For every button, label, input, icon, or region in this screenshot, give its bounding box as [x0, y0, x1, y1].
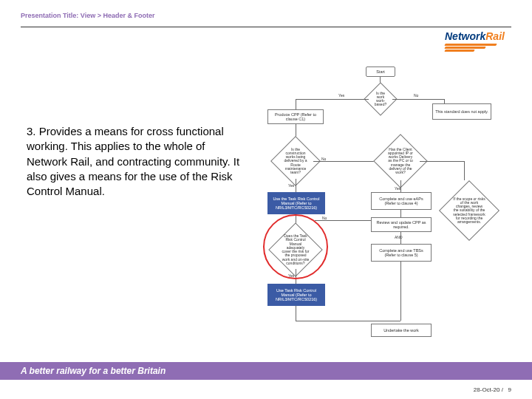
footer-date-page: 28-Oct-20 / 9	[474, 386, 511, 393]
red-highlight-circle	[263, 214, 328, 279]
flow-box-taskrisk2: Use Task Risk Control Manual (Refer to N…	[267, 284, 325, 306]
body-paragraph: 3. Provides a means for cross functional…	[27, 124, 248, 199]
flow-line	[400, 232, 401, 244]
footer-date: 28-Oct-20	[474, 386, 500, 393]
footer-sep: /	[502, 386, 503, 393]
header-divider	[21, 27, 511, 27]
flow-box-cpp: Produce CPP (Refer to clause C1)	[267, 109, 324, 124]
flow-line	[296, 99, 369, 100]
flow-decision-scope: If the scope or risks of the work change…	[439, 180, 499, 241]
logo-word-2: Rail	[485, 30, 505, 42]
network-rail-logo: NetworkRail	[445, 30, 511, 52]
flow-line	[296, 179, 296, 192]
flow-start: Start	[366, 66, 395, 77]
flowchart-image: Start Is the work work-based? Yes No Thi…	[251, 66, 502, 362]
flow-line	[315, 220, 371, 221]
flow-label-yes: Yes	[338, 93, 344, 98]
presentation-title: Presentation Title: View > Header & Foot…	[21, 12, 154, 19]
flow-box-noapply: This standard does not apply.	[432, 103, 491, 120]
footer-tagline: A better railway for a better Britain	[21, 366, 166, 376]
flow-box-taskrisk1: Use the Task Risk Control Manual (Refer …	[267, 192, 325, 214]
slide-root: Presentation Title: View > Header & Foot…	[0, 0, 532, 399]
flow-label-yes3: Yes	[395, 186, 400, 191]
flow-line	[392, 99, 444, 100]
flow-box-review: Review and update CPP as required.	[371, 217, 432, 232]
flow-line	[444, 99, 445, 103]
flow-line	[296, 306, 296, 321]
footer-bar: A better railway for a better Britain	[0, 362, 532, 380]
flow-line	[400, 210, 401, 217]
flow-label-no: No	[414, 93, 418, 98]
flow-line	[313, 161, 378, 162]
flow-line	[400, 180, 401, 192]
logo-word-1: Network	[445, 30, 485, 42]
flow-line	[464, 161, 465, 180]
flow-line	[296, 321, 400, 321]
flow-box-undertake: Undertake the work	[371, 324, 432, 337]
logo-swoosh-icon	[445, 44, 498, 51]
flow-line	[400, 262, 401, 321]
footer-page: 9	[508, 386, 511, 393]
flow-line	[420, 161, 464, 162]
flow-line	[296, 99, 296, 109]
flow-box-tbss: Complete and use TBSs (Refer to clause 5…	[371, 244, 432, 262]
flow-box-eaps: Complete and use eAPs (Refer to clause 4…	[371, 192, 432, 210]
flow-label-yes2: Yes	[288, 183, 294, 188]
